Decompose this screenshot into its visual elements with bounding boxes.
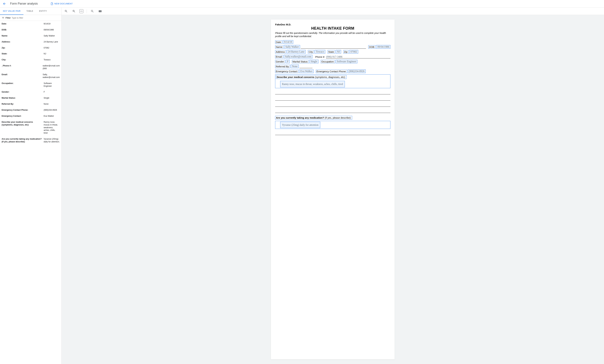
kv-row[interactable]: _Phone #:walker@cmail.com (906 bbox=[0, 63, 61, 72]
kv-key: City: bbox=[2, 58, 44, 61]
kv-key: Describe your medical concerns (symptoms… bbox=[2, 121, 44, 134]
kv-value: Ranny nose, mucas in thwat, weakness, ac… bbox=[44, 121, 60, 134]
arrow-back-icon bbox=[3, 2, 6, 6]
kv-row[interactable]: Gender:F bbox=[0, 89, 61, 95]
kv-value: Sally Walker bbox=[44, 35, 60, 37]
kv-value: Single bbox=[44, 97, 60, 99]
kv-key: Emergency Contact Phone: bbox=[2, 109, 44, 111]
sidebar: KEY VALUE PAIR TABLE ENTITY Filter Date:… bbox=[0, 8, 62, 364]
keyboard-icon bbox=[99, 10, 102, 13]
kv-value: F bbox=[44, 91, 60, 93]
topbar: Form Parser analysis NEW DOCUMENT bbox=[0, 0, 604, 8]
zoom-out-button[interactable] bbox=[64, 9, 68, 13]
kv-row[interactable]: Are you currently taking any medication?… bbox=[0, 136, 61, 145]
kv-row[interactable]: Occupation:Software Engineer bbox=[0, 80, 61, 89]
search-button[interactable] bbox=[90, 9, 95, 13]
kv-key: Emergency Contact: bbox=[2, 115, 44, 118]
tabs: KEY VALUE PAIR TABLE ENTITY bbox=[0, 8, 61, 15]
kv-key: Marital Status: bbox=[2, 97, 44, 99]
zoom-out-icon bbox=[64, 10, 68, 13]
kv-key: Gender: bbox=[2, 91, 44, 93]
medical-concerns-value: Ranny nose, mucas in throat, weakness, a… bbox=[280, 81, 345, 87]
occupation-label: Occupation: bbox=[321, 60, 335, 63]
kv-row[interactable]: Marital Status:Single bbox=[0, 95, 61, 101]
toggle-code-button[interactable]: <> bbox=[79, 9, 83, 13]
occupation-value: Software Engineer bbox=[336, 60, 357, 63]
kv-row[interactable]: State:NJ bbox=[0, 51, 61, 57]
kv-value: NJ bbox=[44, 52, 60, 55]
kv-row[interactable]: Name:Sally Walker bbox=[0, 33, 61, 39]
new-document-button[interactable]: NEW DOCUMENT bbox=[50, 2, 73, 5]
emergency-contact-phone-label: Emergency Contact Phone: bbox=[316, 70, 347, 73]
emergency-contact-value: Eva Walker bbox=[299, 70, 314, 73]
kv-value: 24 Barney Lane bbox=[44, 40, 60, 43]
kv-row[interactable]: Describe your medical concerns (symptoms… bbox=[0, 119, 61, 136]
new-document-label: NEW DOCUMENT bbox=[54, 2, 73, 5]
gender-value: F bbox=[286, 60, 290, 63]
zoom-in-button[interactable] bbox=[72, 9, 76, 13]
kv-row[interactable]: City:Towaco bbox=[0, 57, 61, 63]
kv-row[interactable]: DOB:09/04/1986 bbox=[0, 27, 61, 33]
tab-entity[interactable]: ENTITY bbox=[36, 8, 50, 15]
keyboard-button[interactable] bbox=[98, 9, 102, 13]
page-title: Form Parser analysis bbox=[10, 2, 38, 5]
kv-value: 07082 bbox=[44, 47, 60, 49]
kv-row[interactable]: Emergency Contact:Eva Walker bbox=[0, 113, 61, 119]
viewer: <> FakeDoc M.D. HEALTH INTAKE FORM Pleas… bbox=[62, 8, 604, 364]
filter-input[interactable] bbox=[12, 17, 60, 19]
doc-provider: FakeDoc M.D. bbox=[275, 23, 390, 26]
kv-key: State: bbox=[2, 52, 44, 55]
kv-value: 9/14/19 bbox=[44, 23, 60, 25]
back-button[interactable] bbox=[2, 1, 7, 7]
kv-value: None bbox=[44, 103, 60, 105]
zip-value: 07082 bbox=[349, 50, 358, 54]
kv-row[interactable]: Emergency Contact Phone:(906)334-8926 bbox=[0, 107, 61, 113]
blank-line bbox=[275, 90, 390, 94]
viewer-toolbar: <> bbox=[62, 8, 604, 15]
city-value: Towaco bbox=[315, 50, 325, 54]
kv-value: Software Engineer bbox=[44, 82, 60, 87]
emergency-contact-label: Emergency Contact: bbox=[275, 70, 299, 73]
blank-line bbox=[275, 131, 390, 135]
kv-key: Name: bbox=[2, 35, 44, 37]
date-label: Date: bbox=[275, 40, 282, 44]
phone-label: Phone #: bbox=[315, 55, 326, 58]
kv-key: Address: bbox=[2, 40, 44, 43]
kv-key: Email: bbox=[2, 73, 43, 79]
blank-line bbox=[275, 103, 390, 107]
dob-label: DOB: bbox=[368, 45, 376, 49]
doc-subtitle: Please fill out the questionnaire carefu… bbox=[275, 32, 390, 38]
kv-value: walker@cmail.com (906 bbox=[43, 64, 60, 70]
kv-key: Date: bbox=[2, 23, 44, 25]
blank-line bbox=[299, 65, 313, 68]
email-value: Sally.walker@cmail.com bbox=[284, 55, 313, 58]
kv-row[interactable]: Email:Sally, walker@cmail.com bbox=[0, 72, 61, 80]
key-value-list: Date:9/14/19DOB:09/04/1986Name:Sally Wal… bbox=[0, 21, 61, 364]
tab-table[interactable]: TABLE bbox=[24, 8, 36, 15]
kv-value: Sally, walker@cmail.com bbox=[43, 73, 60, 79]
date-value: 9/14/19 bbox=[283, 40, 293, 44]
name-label: Name: bbox=[275, 45, 284, 49]
emergency-contact-phone-value: (906)334-8926 bbox=[348, 70, 366, 73]
kv-row[interactable]: Date:9/14/19 bbox=[0, 21, 61, 27]
kv-key: _Phone #: bbox=[2, 64, 43, 70]
kv-value: Towaco bbox=[44, 58, 60, 61]
tab-key-value-pair[interactable]: KEY VALUE PAIR bbox=[0, 8, 24, 15]
address-label: Address: bbox=[275, 50, 286, 54]
kv-key: Referred By: bbox=[2, 103, 44, 105]
address-value: 24 Barney Lane bbox=[287, 50, 306, 54]
kv-value: Eva Walker bbox=[44, 115, 60, 118]
email-label: Email: bbox=[275, 55, 283, 58]
kv-value: Vyvanse (25mg) daily for attention. bbox=[44, 138, 60, 143]
kv-row[interactable]: Referred By:None bbox=[0, 101, 61, 107]
zoom-in-icon bbox=[72, 10, 76, 13]
gender-label: Gender: bbox=[275, 60, 285, 63]
kv-row[interactable]: Zip:07082 bbox=[0, 45, 61, 51]
dob-value: 09/04/1986 bbox=[376, 45, 390, 49]
document-canvas[interactable]: FakeDoc M.D. HEALTH INTAKE FORM Please f… bbox=[62, 15, 604, 364]
referred-by-label: Referred By: bbox=[275, 65, 290, 68]
document-page: FakeDoc M.D. HEALTH INTAKE FORM Please f… bbox=[271, 20, 395, 359]
medication-value: Vyvanse (25mg) daily for attention bbox=[280, 122, 320, 128]
kv-row[interactable]: Address:24 Barney Lane bbox=[0, 39, 61, 45]
code-icon: <> bbox=[80, 10, 83, 12]
